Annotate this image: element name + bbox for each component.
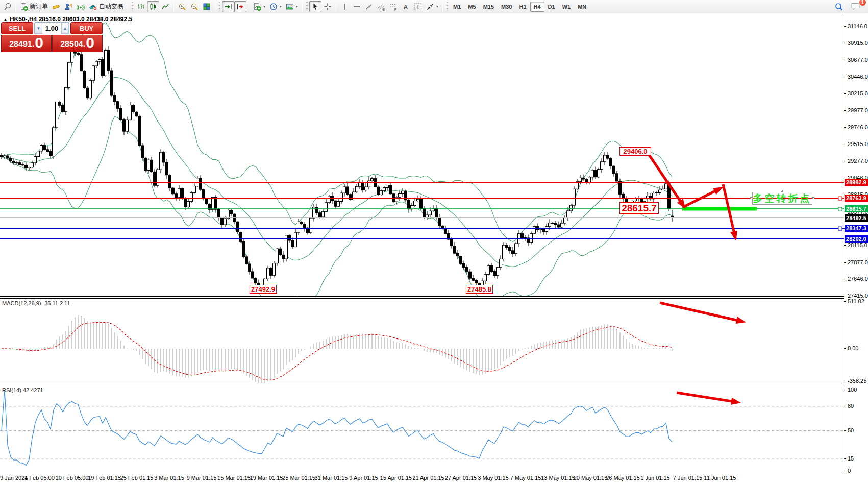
time-tick-label: 19 Mar 01:15 xyxy=(250,475,283,481)
chat-button[interactable]: 1 xyxy=(849,1,863,12)
fibonacci-button[interactable]: F xyxy=(387,1,400,12)
axis-tick-mark xyxy=(844,77,846,77)
search-button[interactable] xyxy=(832,1,846,12)
template-icon xyxy=(286,3,294,11)
timeframe-m1[interactable]: M1 xyxy=(450,2,464,12)
arrowhead xyxy=(736,317,746,324)
cursor-icon xyxy=(311,3,319,11)
rsi-panel[interactable] xyxy=(0,385,844,472)
arrowhead xyxy=(713,187,723,195)
timeframe-h1[interactable]: H1 xyxy=(515,2,530,12)
axis-tick-label: 27877.0 xyxy=(848,259,868,265)
unread-badge: 1 xyxy=(859,0,866,6)
line-handle[interactable] xyxy=(838,227,842,230)
axis-tick-label: 30215.0 xyxy=(848,90,868,96)
line-handle[interactable] xyxy=(838,207,842,211)
axis-tick-label: 0.00 xyxy=(848,345,858,351)
crayon-icon xyxy=(52,3,60,11)
chart-shift-icon xyxy=(236,3,244,11)
macd-chart xyxy=(0,299,844,383)
chart-shift-button[interactable] xyxy=(234,1,246,12)
svg-text:A: A xyxy=(404,3,408,10)
channel-button[interactable]: E xyxy=(375,1,387,12)
buy-price-big: 0 xyxy=(86,35,94,51)
timeframe-d1[interactable]: D1 xyxy=(544,2,559,12)
timeframe-m30[interactable]: M30 xyxy=(498,2,515,12)
trendline-button[interactable] xyxy=(363,1,375,12)
axis-tick-mark xyxy=(844,26,846,27)
timeframe-m5[interactable]: M5 xyxy=(464,2,479,12)
volume-increase-button[interactable]: ▲ xyxy=(61,23,69,34)
trendline-icon xyxy=(365,3,373,11)
price-axis[interactable]: 31146.030915.030677.030446.030215.029977… xyxy=(844,14,868,473)
time-axis[interactable]: 9 Jan 20214 Feb 05:0010 Feb 05:0019 Feb … xyxy=(0,473,868,484)
time-tick-label: 15 Apr 01:15 xyxy=(380,475,412,481)
arrows-button[interactable]: ▾ xyxy=(424,1,440,12)
autotrading-label: 自动交易 xyxy=(99,2,123,11)
zoom-in-button[interactable] xyxy=(176,1,188,12)
buy-price-display[interactable]: 28504.0 xyxy=(52,35,103,52)
new-chart-button[interactable]: ▾ xyxy=(251,1,267,12)
text-icon: A xyxy=(402,3,410,11)
axis-tick-label: 29277.0 xyxy=(848,158,868,164)
volume-decrease-button[interactable]: ▼ xyxy=(35,23,42,34)
autotrading-icon xyxy=(89,3,97,11)
search-icon xyxy=(834,2,844,11)
crosshair-button[interactable] xyxy=(321,1,334,12)
candlestick-chart-button[interactable] xyxy=(147,1,159,12)
horizontal-line-button[interactable] xyxy=(351,1,363,12)
buy-button[interactable]: BUY xyxy=(70,22,103,34)
axis-tick-mark xyxy=(844,406,846,406)
time-tick-label: 3 May 01:15 xyxy=(478,475,509,481)
svg-text:T: T xyxy=(416,4,420,10)
time-tick-label: 15 Mar 01:15 xyxy=(217,475,251,481)
main-chart-panel[interactable] xyxy=(0,14,844,297)
sell-price-display[interactable]: 28491.0 xyxy=(1,35,52,52)
timeframe-mn[interactable]: MN xyxy=(574,2,590,12)
axis-tick-mark xyxy=(844,348,846,349)
timeframe-w1[interactable]: W1 xyxy=(559,2,575,12)
svg-text:E: E xyxy=(383,7,385,11)
annotation-arrow[interactable] xyxy=(723,184,735,238)
axis-tick-label: 29977.0 xyxy=(848,107,868,113)
cursor-button[interactable] xyxy=(309,1,321,12)
line-handle[interactable] xyxy=(838,197,842,200)
zoom-out-button[interactable] xyxy=(188,1,201,12)
axis-tick-label: -358.25 xyxy=(848,378,866,384)
price-tag: 28615.7 xyxy=(845,205,868,212)
axis-tick-mark xyxy=(844,93,846,94)
sell-button[interactable]: SELL xyxy=(1,22,33,34)
axis-tick-mark xyxy=(844,245,846,246)
sell-price-main: 28491. xyxy=(9,38,34,51)
timeframe-h4[interactable]: H4 xyxy=(530,2,544,12)
timeframe-m15[interactable]: M15 xyxy=(480,2,498,12)
text-button[interactable]: A xyxy=(400,1,412,12)
annotation-arrow[interactable] xyxy=(677,393,738,402)
crosshair-icon xyxy=(324,3,332,11)
signals-button[interactable] xyxy=(75,1,87,12)
annotation-arrow[interactable] xyxy=(660,303,743,322)
vertical-line-button[interactable] xyxy=(338,1,351,12)
new-order-button[interactable]: 新订单 xyxy=(18,1,50,12)
axis-tick-mark xyxy=(844,458,846,459)
mt4-terminal: 新订单 自动交易 ▾ ▾ ▾ E F A T ▾ xyxy=(0,0,868,484)
macd-panel[interactable] xyxy=(0,298,844,383)
periods-button[interactable]: ▾ xyxy=(267,1,284,12)
candlestick-icon xyxy=(149,3,157,11)
templates-button[interactable]: ▾ xyxy=(284,1,300,12)
styler-button[interactable] xyxy=(50,1,62,12)
axis-tick-mark xyxy=(844,43,846,43)
autotrading-button[interactable]: 自动交易 xyxy=(87,1,126,12)
axis-tick-mark xyxy=(844,60,846,60)
market-watch-icon[interactable] xyxy=(1,1,13,12)
axis-tick-label: 29746.0 xyxy=(848,124,868,130)
buy-price-main: 28504. xyxy=(60,38,85,51)
volume-input[interactable]: 1.00 xyxy=(42,23,61,34)
profile-button[interactable] xyxy=(62,1,75,12)
auto-scroll-button[interactable] xyxy=(222,1,234,12)
text-label-button[interactable]: T xyxy=(412,1,424,12)
axis-tick-label: 80 xyxy=(848,403,854,409)
line-chart-button[interactable] xyxy=(159,1,171,12)
bar-chart-button[interactable] xyxy=(135,1,147,12)
tile-windows-button[interactable] xyxy=(201,1,213,12)
